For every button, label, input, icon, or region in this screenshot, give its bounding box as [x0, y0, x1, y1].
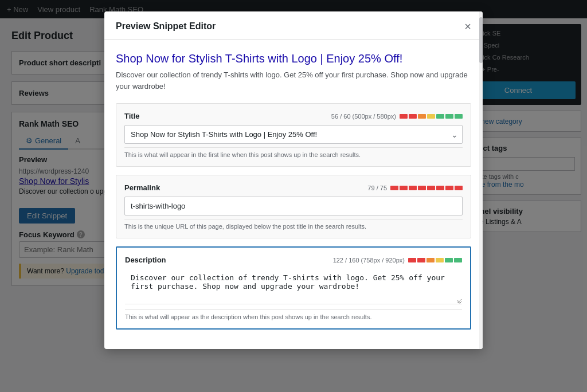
description-field-group: Description 122 / 160 (758px / 920px): [116, 246, 471, 330]
permalink-field-hint: This is the unique URL of this page, dis…: [124, 219, 463, 230]
permalink-input[interactable]: [124, 197, 463, 215]
title-field-header: Title 56 / 60 (500px / 580px): [124, 112, 463, 120]
modal-header: Preview Snippet Editor ×: [104, 11, 483, 40]
plink-seg-5: [427, 186, 435, 190]
title-input-wrapper: ⌄: [124, 125, 463, 144]
progress-seg-3: [418, 114, 426, 119]
desc-seg-2: [417, 258, 425, 262]
progress-seg-2: [409, 114, 417, 119]
permalink-field-group: Permalink 79 / 75: [116, 175, 471, 238]
permalink-progress-bar: [390, 186, 463, 190]
progress-seg-5: [436, 114, 444, 119]
permalink-input-wrapper: [124, 197, 463, 215]
permalink-field-label: Permalink: [124, 183, 160, 192]
modal-overlay[interactable]: Preview Snippet Editor × Shop Now for St…: [0, 0, 587, 392]
desc-seg-5: [445, 258, 453, 262]
modal-close-button[interactable]: ×: [464, 21, 471, 32]
resize-icon: ⤡: [456, 299, 461, 305]
modal-scrollbar-thumb: [479, 17, 483, 63]
permalink-field-count: 79 / 75: [367, 185, 463, 191]
title-field-count: 56 / 60 (500px / 580px): [331, 113, 463, 120]
desc-seg-4: [436, 258, 444, 262]
plink-seg-2: [400, 186, 408, 190]
description-field-label: Description: [125, 256, 166, 264]
title-field-group: Title 56 / 60 (500px / 580px): [116, 103, 471, 167]
preview-snippet-modal: Preview Snippet Editor × Shop Now for St…: [104, 11, 483, 349]
permalink-count-text: 79 / 75: [367, 185, 387, 191]
desc-seg-3: [426, 258, 435, 262]
description-textarea-wrapper: Discover our collection of trendy T-shir…: [125, 269, 462, 306]
description-field-hint: This is what will appear as the descript…: [125, 309, 462, 320]
plink-seg-8: [455, 186, 463, 190]
title-count-text: 56 / 60 (500px / 580px): [331, 113, 396, 120]
title-input[interactable]: [124, 125, 463, 144]
plink-seg-3: [409, 186, 417, 190]
progress-seg-6: [445, 114, 453, 119]
modal-scrollbar[interactable]: [479, 11, 483, 349]
description-field-header: Description 122 / 160 (758px / 920px): [125, 256, 462, 264]
progress-seg-1: [400, 114, 408, 119]
modal-title: Preview Snippet Editor: [116, 21, 216, 32]
plink-seg-1: [390, 186, 398, 190]
title-field-hint: This is what will appear in the first li…: [124, 147, 463, 158]
plink-seg-4: [418, 186, 426, 190]
desc-seg-1: [408, 258, 416, 262]
modal-body: Shop Now for Stylish T-Shirts with Logo …: [104, 40, 483, 349]
description-field-count: 122 / 160 (758px / 920px): [333, 257, 462, 264]
snippet-preview-description: Discover our collection of trendy T-shir…: [116, 69, 471, 92]
permalink-field-header: Permalink 79 / 75: [124, 183, 463, 192]
progress-seg-7: [455, 114, 463, 119]
plink-seg-7: [445, 186, 453, 190]
description-progress-bar: [408, 258, 462, 262]
desc-seg-6: [454, 258, 462, 262]
progress-seg-4: [427, 114, 435, 119]
chevron-down-icon: ⌄: [451, 130, 458, 139]
snippet-preview-title[interactable]: Shop Now for Stylish T-Shirts with Logo …: [116, 51, 471, 66]
description-count-text: 122 / 160 (758px / 920px): [333, 257, 405, 264]
title-field-label: Title: [124, 112, 140, 120]
description-textarea[interactable]: Discover our collection of trendy T-shir…: [125, 269, 462, 304]
plink-seg-6: [436, 186, 444, 190]
title-progress-bar: [400, 114, 463, 119]
